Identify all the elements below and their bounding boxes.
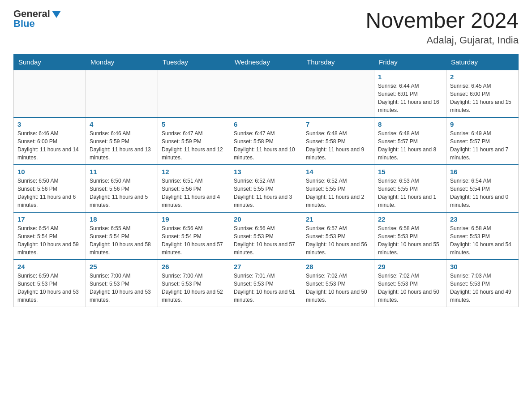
day-info: Sunrise: 6:50 AMSunset: 5:56 PMDaylight:… [90,177,154,209]
days-header-row: SundayMondayTuesdayWednesdayThursdayFrid… [14,54,519,70]
location-title: Adalaj, Gujarat, India [365,34,519,46]
calendar-cell: 29Sunrise: 7:02 AMSunset: 5:53 PMDayligh… [374,260,446,307]
title-section: November 2024 Adalaj, Gujarat, India [365,9,519,46]
day-header-sunday: Sunday [14,54,86,70]
day-number: 5 [162,120,226,128]
calendar-cell: 12Sunrise: 6:51 AMSunset: 5:56 PMDayligh… [158,165,230,212]
day-info: Sunrise: 6:46 AMSunset: 5:59 PMDaylight:… [90,129,154,162]
week-row-4: 17Sunrise: 6:54 AMSunset: 5:54 PMDayligh… [14,212,519,260]
day-number: 29 [378,263,442,270]
day-number: 11 [90,168,154,176]
day-info: Sunrise: 6:57 AMSunset: 5:53 PMDaylight:… [306,224,370,257]
day-header-friday: Friday [374,54,446,70]
week-row-5: 24Sunrise: 6:59 AMSunset: 5:53 PMDayligh… [14,260,519,307]
calendar-cell [158,70,230,117]
logo: General Blue [13,9,61,29]
logo-blue-text: Blue [13,19,35,29]
calendar-cell: 9Sunrise: 6:49 AMSunset: 5:57 PMDaylight… [446,117,519,165]
month-title: November 2024 [365,9,519,33]
day-number: 18 [90,215,154,223]
day-number: 1 [378,73,442,81]
day-number: 14 [306,168,370,176]
day-number: 6 [234,120,298,128]
day-info: Sunrise: 6:47 AMSunset: 5:59 PMDaylight:… [162,129,226,162]
logo-triangle-icon [52,11,61,18]
calendar-cell: 18Sunrise: 6:55 AMSunset: 5:54 PMDayligh… [86,212,158,260]
day-number: 17 [17,215,82,223]
day-info: Sunrise: 7:02 AMSunset: 5:53 PMDaylight:… [306,272,370,304]
calendar-cell: 1Sunrise: 6:44 AMSunset: 6:01 PMDaylight… [374,70,446,117]
day-header-thursday: Thursday [302,54,374,70]
day-header-saturday: Saturday [446,54,519,70]
day-number: 27 [234,263,298,270]
day-number: 16 [450,168,515,176]
day-header-tuesday: Tuesday [158,54,230,70]
day-info: Sunrise: 6:53 AMSunset: 5:55 PMDaylight:… [378,177,442,209]
calendar-cell: 21Sunrise: 6:57 AMSunset: 5:53 PMDayligh… [302,212,374,260]
calendar-cell: 30Sunrise: 7:03 AMSunset: 5:53 PMDayligh… [446,260,519,307]
day-info: Sunrise: 6:55 AMSunset: 5:54 PMDaylight:… [90,224,154,257]
day-info: Sunrise: 7:00 AMSunset: 5:53 PMDaylight:… [162,272,226,304]
day-number: 12 [162,168,226,176]
day-number: 4 [90,120,154,128]
calendar-cell: 16Sunrise: 6:54 AMSunset: 5:54 PMDayligh… [446,165,519,212]
day-header-wednesday: Wednesday [230,54,302,70]
day-info: Sunrise: 6:52 AMSunset: 5:55 PMDaylight:… [234,177,298,209]
calendar-cell: 17Sunrise: 6:54 AMSunset: 5:54 PMDayligh… [14,212,86,260]
calendar-cell: 10Sunrise: 6:50 AMSunset: 5:56 PMDayligh… [14,165,86,212]
calendar-cell: 19Sunrise: 6:56 AMSunset: 5:54 PMDayligh… [158,212,230,260]
day-number: 13 [234,168,298,176]
week-row-1: 1Sunrise: 6:44 AMSunset: 6:01 PMDaylight… [14,70,519,117]
calendar-cell: 20Sunrise: 6:56 AMSunset: 5:53 PMDayligh… [230,212,302,260]
day-info: Sunrise: 7:01 AMSunset: 5:53 PMDaylight:… [234,272,298,304]
day-info: Sunrise: 7:00 AMSunset: 5:53 PMDaylight:… [90,272,154,304]
day-info: Sunrise: 6:47 AMSunset: 5:58 PMDaylight:… [234,129,298,162]
logo-general-text: General [13,9,50,19]
day-number: 22 [378,215,442,223]
day-number: 30 [450,263,515,270]
calendar-cell: 7Sunrise: 6:48 AMSunset: 5:58 PMDaylight… [302,117,374,165]
day-info: Sunrise: 6:58 AMSunset: 5:53 PMDaylight:… [450,224,515,257]
day-info: Sunrise: 6:46 AMSunset: 6:00 PMDaylight:… [17,129,82,162]
header: General Blue November 2024 Adalaj, Gujar… [13,9,519,46]
day-number: 2 [450,73,515,81]
day-info: Sunrise: 6:48 AMSunset: 5:57 PMDaylight:… [378,129,442,162]
calendar-cell: 22Sunrise: 6:58 AMSunset: 5:53 PMDayligh… [374,212,446,260]
day-number: 15 [378,168,442,176]
day-header-monday: Monday [86,54,158,70]
calendar-cell: 11Sunrise: 6:50 AMSunset: 5:56 PMDayligh… [86,165,158,212]
calendar-cell: 3Sunrise: 6:46 AMSunset: 6:00 PMDaylight… [14,117,86,165]
calendar-table: SundayMondayTuesdayWednesdayThursdayFrid… [13,54,519,307]
calendar-cell [230,70,302,117]
day-info: Sunrise: 6:45 AMSunset: 6:00 PMDaylight:… [450,82,515,114]
calendar-cell [14,70,86,117]
day-info: Sunrise: 6:58 AMSunset: 5:53 PMDaylight:… [378,224,442,257]
week-row-2: 3Sunrise: 6:46 AMSunset: 6:00 PMDaylight… [14,117,519,165]
day-info: Sunrise: 7:03 AMSunset: 5:53 PMDaylight:… [450,272,515,304]
calendar-cell: 28Sunrise: 7:02 AMSunset: 5:53 PMDayligh… [302,260,374,307]
day-info: Sunrise: 7:02 AMSunset: 5:53 PMDaylight:… [378,272,442,304]
day-number: 7 [306,120,370,128]
day-number: 25 [90,263,154,270]
day-info: Sunrise: 6:59 AMSunset: 5:53 PMDaylight:… [17,272,82,304]
day-number: 19 [162,215,226,223]
calendar-cell [86,70,158,117]
week-row-3: 10Sunrise: 6:50 AMSunset: 5:56 PMDayligh… [14,165,519,212]
day-number: 26 [162,263,226,270]
day-info: Sunrise: 6:52 AMSunset: 5:55 PMDaylight:… [306,177,370,209]
day-info: Sunrise: 6:56 AMSunset: 5:53 PMDaylight:… [234,224,298,257]
day-number: 23 [450,215,515,223]
day-info: Sunrise: 6:51 AMSunset: 5:56 PMDaylight:… [162,177,226,209]
day-info: Sunrise: 6:49 AMSunset: 5:57 PMDaylight:… [450,129,515,162]
day-number: 3 [17,120,82,128]
day-info: Sunrise: 6:44 AMSunset: 6:01 PMDaylight:… [378,82,442,114]
calendar-cell [302,70,374,117]
day-number: 28 [306,263,370,270]
day-number: 24 [17,263,82,270]
calendar-cell: 4Sunrise: 6:46 AMSunset: 5:59 PMDaylight… [86,117,158,165]
day-number: 8 [378,120,442,128]
day-info: Sunrise: 6:48 AMSunset: 5:58 PMDaylight:… [306,129,370,162]
day-info: Sunrise: 6:50 AMSunset: 5:56 PMDaylight:… [17,177,82,209]
calendar-cell: 13Sunrise: 6:52 AMSunset: 5:55 PMDayligh… [230,165,302,212]
calendar-cell: 26Sunrise: 7:00 AMSunset: 5:53 PMDayligh… [158,260,230,307]
